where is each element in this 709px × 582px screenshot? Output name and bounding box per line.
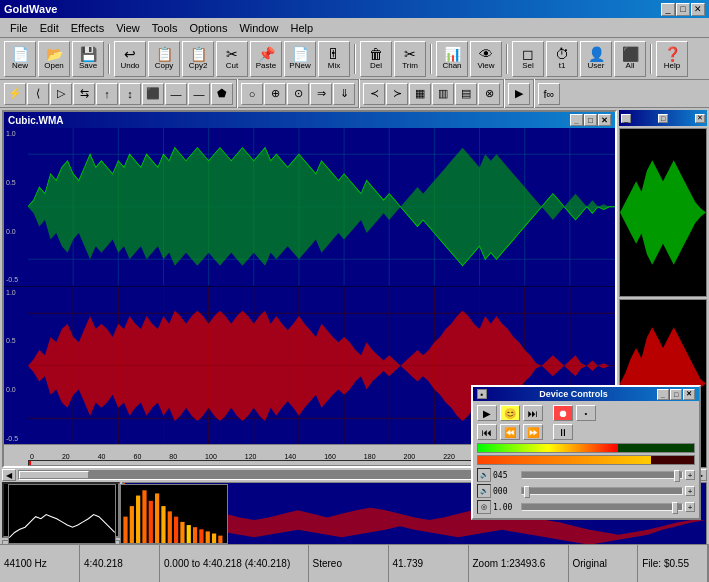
tool2-btn-17[interactable]: ≻ (386, 83, 408, 105)
tool2-btn-23[interactable]: f∞ (538, 83, 560, 105)
pnew-button[interactable]: 📄 PNew (284, 41, 316, 77)
menu-view[interactable]: View (110, 21, 146, 35)
device-minimize[interactable]: _ (657, 389, 669, 400)
menu-tools[interactable]: Tools (146, 21, 184, 35)
toolbar2-sep-3 (503, 79, 505, 109)
vol-plus-3[interactable]: + (685, 502, 695, 512)
device-maximize[interactable]: □ (670, 389, 682, 400)
cut-button[interactable]: ✂ Cut (216, 41, 248, 77)
tool2-btn-7[interactable]: ⬛ (142, 83, 164, 105)
tool2-btn-3[interactable]: ▷ (50, 83, 72, 105)
maximize-button[interactable]: □ (676, 3, 690, 16)
vol-slider-1[interactable] (521, 471, 683, 479)
close-button[interactable]: ✕ (691, 3, 705, 16)
waveform-minimize[interactable]: _ (570, 114, 583, 126)
channel-top-scale: 1.0 0.5 0.0 -0.5 (6, 130, 28, 284)
vol-thumb-2[interactable] (524, 486, 530, 498)
all-button[interactable]: ⬛ All (614, 41, 646, 77)
rewind2-button[interactable]: ⏪ (500, 424, 520, 440)
tool2-btn-20[interactable]: ▤ (455, 83, 477, 105)
save-button[interactable]: 💾 Save (72, 41, 104, 77)
status-duration: 4:40.218 (80, 545, 160, 582)
forward-button[interactable]: ⏩ (523, 424, 543, 440)
vol-slider-2[interactable] (521, 487, 683, 495)
undo-button[interactable]: ↩ Undo (114, 41, 146, 77)
device-icon: ▪ (477, 389, 487, 399)
device-ctrl-buttons: _ □ ✕ (657, 389, 695, 400)
vol-thumb-1[interactable] (674, 470, 680, 482)
vol-slider-3[interactable] (521, 503, 683, 511)
t1-button[interactable]: ⏱ t1 (546, 41, 578, 77)
view-button[interactable]: 👁 View (470, 41, 502, 77)
copy-button[interactable]: 📋 Copy (148, 41, 180, 77)
tool2-btn-19[interactable]: ▥ (432, 83, 454, 105)
tool2-btn-10[interactable]: ⬟ (211, 83, 233, 105)
tool2-btn-11[interactable]: ○ (241, 83, 263, 105)
toolbar2: ⚡ ⟨ ▷ ⇆ ↑ ↕ ⬛ — — ⬟ ○ ⊕ ⊙ ⇒ ⇓ ≺ ≻ ▦ ▥ ▤ … (0, 80, 709, 108)
vol-thumb-3[interactable] (672, 502, 678, 514)
menu-file[interactable]: File (4, 21, 34, 35)
tool2-btn-8[interactable]: — (165, 83, 187, 105)
tool2-btn-22[interactable]: ▶ (508, 83, 530, 105)
chan-button[interactable]: 📊 Chan (436, 41, 468, 77)
tool2-btn-12[interactable]: ⊕ (264, 83, 286, 105)
menu-help[interactable]: Help (285, 21, 320, 35)
menu-bar: File Edit Effects View Tools Options Win… (0, 18, 709, 38)
tool2-btn-16[interactable]: ≺ (363, 83, 385, 105)
toolbar-sep-3 (430, 44, 432, 74)
device-controls-label: Device Controls (539, 389, 608, 399)
svg-rect-50 (206, 531, 210, 543)
overview-min[interactable]: _ (621, 114, 631, 123)
waveform-close[interactable]: ✕ (598, 114, 611, 126)
overview-green (619, 128, 707, 297)
record-button[interactable]: ⏺ (553, 405, 573, 421)
menu-options[interactable]: Options (183, 21, 233, 35)
tool2-btn-2[interactable]: ⟨ (27, 83, 49, 105)
paste-button[interactable]: 📌 Paste (250, 41, 282, 77)
volume-icon-3: ◎ (477, 500, 491, 514)
play-button[interactable]: ▶ (477, 405, 497, 421)
tool2-btn-15[interactable]: ⇓ (333, 83, 355, 105)
mix-button[interactable]: 🎚 Mix (318, 41, 350, 77)
menu-effects[interactable]: Effects (65, 21, 110, 35)
tool2-btn-6[interactable]: ↕ (119, 83, 141, 105)
copy2-button[interactable]: 📋 Cpy2 (182, 41, 214, 77)
tool2-btn-9[interactable]: — (188, 83, 210, 105)
overview-max[interactable]: □ (658, 114, 668, 123)
volume-value-2: 000 (493, 487, 519, 496)
pause-button[interactable]: ⏸ (553, 424, 573, 440)
open-button[interactable]: 📂 Open (38, 41, 70, 77)
tool2-btn-1[interactable]: ⚡ (4, 83, 26, 105)
menu-window[interactable]: Window (233, 21, 284, 35)
tool2-btn-5[interactable]: ↑ (96, 83, 118, 105)
tool2-btn-4[interactable]: ⇆ (73, 83, 95, 105)
menu-edit[interactable]: Edit (34, 21, 65, 35)
minimize-button[interactable]: _ (661, 3, 675, 16)
new-button[interactable]: 📄 New (4, 41, 36, 77)
tool2-btn-18[interactable]: ▦ (409, 83, 431, 105)
tool2-btn-13[interactable]: ⊙ (287, 83, 309, 105)
scroll-left[interactable]: ◀ (2, 469, 16, 481)
del-button[interactable]: 🗑 Del (360, 41, 392, 77)
stop-button[interactable]: 😊 (500, 405, 520, 421)
rewind-button[interactable]: ⏮ (477, 424, 497, 440)
app-title: GoldWave (4, 3, 57, 15)
rec-dot-button[interactable]: • (576, 405, 596, 421)
toolbar-sep-5 (650, 44, 652, 74)
trim-button[interactable]: ✂ Trim (394, 41, 426, 77)
device-close[interactable]: ✕ (683, 389, 695, 400)
meter-fill-1 (478, 444, 618, 452)
user-button[interactable]: 👤 User (580, 41, 612, 77)
overview-close[interactable]: ✕ (695, 114, 705, 123)
vol-plus-2[interactable]: + (685, 486, 695, 496)
waveform-maximize[interactable]: □ (584, 114, 597, 126)
tool2-btn-21[interactable]: ⊗ (478, 83, 500, 105)
spectrum-preview-left (8, 484, 116, 544)
tool2-btn-14[interactable]: ⇒ (310, 83, 332, 105)
toolbar-sep-4 (506, 44, 508, 74)
fast-fwd-button[interactable]: ⏭ (523, 405, 543, 421)
scrollbar-thumb[interactable] (19, 471, 89, 479)
sel-button[interactable]: ◻ Sel (512, 41, 544, 77)
vol-plus-1[interactable]: + (685, 470, 695, 480)
help-button[interactable]: ❓ Help (656, 41, 688, 77)
